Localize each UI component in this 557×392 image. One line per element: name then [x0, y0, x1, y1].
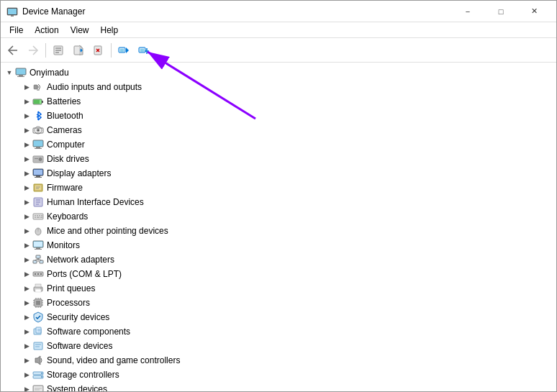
tree-content[interactable]: ▼ Onyimadu ▶ Audio inputs [1, 63, 556, 391]
tree-item-sound[interactable]: ▶ Sound, video and game controllers [1, 353, 556, 368]
tree-item-audio[interactable]: ▶ Audio inputs and outputs [1, 80, 556, 94]
svg-rect-105 [34, 386, 42, 391]
tree-item-software-devices[interactable]: ▶ Software devices [1, 339, 556, 353]
properties-icon [53, 45, 64, 56]
software-comp-label: Software components [47, 327, 130, 337]
software-comp-expand: ▶ [21, 326, 32, 337]
tree-root[interactable]: ▼ Onyimadu [1, 65, 556, 80]
svg-point-102 [41, 373, 42, 374]
hid-label: Human Interface Devices [47, 197, 144, 207]
svg-rect-41 [35, 177, 42, 178]
tree-item-hid[interactable]: ▶ Human Interface Devices [1, 195, 556, 209]
system-expand: ▶ [21, 383, 32, 391]
tree-item-software-components[interactable]: ▶ Software components [1, 324, 556, 339]
svg-rect-80 [36, 301, 40, 305]
tree-item-ports[interactable]: ▶ Ports (COM & LPT) [1, 267, 556, 281]
minimize-button[interactable]: − [451, 1, 484, 22]
menu-view[interactable]: View [65, 24, 95, 37]
properties-button[interactable] [49, 41, 68, 60]
title-bar-controls: − □ ✕ [451, 1, 551, 22]
maximize-button[interactable]: □ [484, 1, 517, 22]
scan-button[interactable] [114, 41, 133, 60]
svg-rect-31 [33, 140, 43, 147]
svg-point-74 [40, 273, 42, 275]
svg-rect-39 [34, 170, 42, 175]
svg-rect-66 [33, 260, 37, 263]
window-icon [6, 6, 18, 17]
root-expand-icon: ▼ [4, 67, 15, 78]
svg-point-78 [40, 288, 42, 289]
tree-item-mice[interactable]: ▶ Mice and other pointing devices [1, 224, 556, 238]
svg-rect-54 [41, 215, 42, 216]
tree-item-disk[interactable]: ▶ Disk drives [1, 152, 556, 166]
cameras-label: Cameras [47, 125, 82, 135]
svg-rect-32 [36, 147, 40, 148]
network-expand: ▶ [21, 254, 32, 265]
audio-expand: ▶ [21, 81, 32, 93]
update-driver-button[interactable] [69, 41, 88, 60]
computer-expand: ▶ [21, 139, 32, 150]
storage-expand: ▶ [21, 369, 32, 380]
software-dev-label: Software devices [47, 341, 112, 351]
svg-rect-62 [34, 242, 42, 247]
menu-help[interactable]: Help [95, 24, 124, 37]
toolbar-sep-2 [111, 43, 112, 58]
camera-icon [32, 124, 44, 136]
system-icon [32, 383, 44, 391]
tree-item-firmware[interactable]: ▶ Firmware [1, 181, 556, 195]
tree-item-processors[interactable]: ▶ Proces [1, 296, 556, 310]
tree-item-system[interactable]: ▶ System devices [1, 382, 556, 391]
tree-item-computer[interactable]: ▶ Computer [1, 137, 556, 152]
tree-item-cameras[interactable]: ▶ Cameras [1, 123, 556, 137]
svg-rect-25 [42, 101, 43, 103]
tree-item-security[interactable]: ▶ Security devices [1, 310, 556, 324]
tree-item-monitors[interactable]: ▶ Monitors [1, 238, 556, 252]
tree-item-storage[interactable]: ▶ Storage controllers [1, 368, 556, 382]
svg-rect-76 [35, 284, 41, 287]
svg-rect-37 [35, 158, 38, 159]
sound-icon [32, 355, 44, 366]
software-comp-icon [32, 326, 44, 337]
tree-item-keyboards[interactable]: ▶ Keyboards [1, 209, 556, 224]
security-label: Security devices [47, 312, 109, 322]
bluetooth-expand: ▶ [21, 110, 32, 122]
svg-rect-51 [35, 215, 36, 216]
cameras-expand: ▶ [21, 124, 32, 136]
tree-item-network[interactable]: ▶ Network adapters [1, 252, 556, 267]
svg-rect-19 [16, 68, 26, 75]
svg-rect-55 [35, 217, 36, 219]
title-bar-left: Device Manager [6, 6, 85, 17]
uninstall-button[interactable] [89, 41, 108, 60]
processors-label: Processors [47, 298, 90, 308]
menu-file[interactable]: File [4, 24, 29, 37]
batteries-label: Batteries [47, 96, 81, 106]
processor-icon [32, 297, 44, 309]
menu-bar: File Action View Help [1, 22, 556, 38]
close-button[interactable]: ✕ [517, 1, 551, 22]
back-button[interactable] [4, 41, 22, 60]
tree-item-display[interactable]: ▶ Display adapters [1, 166, 556, 181]
forward-icon [27, 45, 39, 56]
add-driver-button[interactable] [135, 41, 153, 60]
firmware-icon [32, 182, 44, 193]
svg-rect-53 [39, 215, 40, 216]
svg-point-60 [37, 228, 40, 229]
svg-rect-56 [37, 217, 40, 219]
audio-label: Audio inputs and outputs [47, 82, 142, 92]
computer-label: Computer [47, 140, 85, 150]
sound-label: Sound, video and game controllers [47, 355, 180, 365]
forward-button[interactable] [24, 41, 42, 60]
tree-item-bluetooth[interactable]: ▶ Bluetooth [1, 109, 556, 123]
computer-icon [15, 67, 27, 78]
svg-rect-23 [37, 89, 40, 91]
tree-item-batteries[interactable]: ▶ Batteries [1, 94, 556, 109]
tree-item-print[interactable]: ▶ Print queues [1, 281, 556, 296]
uninstall-icon [93, 45, 104, 56]
svg-point-72 [35, 273, 36, 275]
bluetooth-label: Bluetooth [47, 111, 83, 121]
computer-tree-icon [32, 139, 44, 150]
menu-action[interactable]: Action [29, 24, 64, 37]
ports-expand: ▶ [21, 268, 32, 280]
hid-icon [32, 196, 44, 208]
svg-rect-97 [34, 342, 42, 350]
